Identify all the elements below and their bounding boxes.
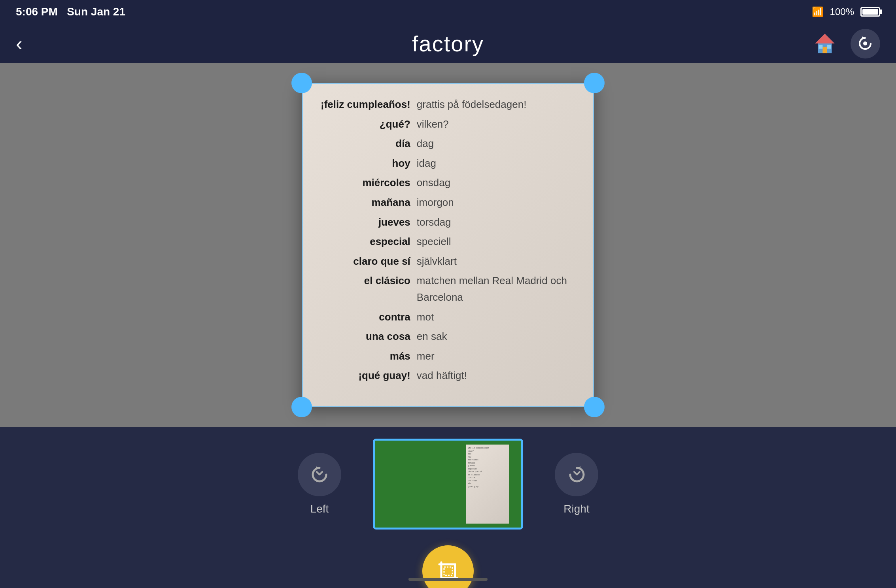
bottom-toolbar: Left ¡feliz cumpleaños! ¿qué? día hoy mi… xyxy=(0,427,896,588)
status-right-group: 📶 100% xyxy=(812,6,880,17)
svg-rect-3 xyxy=(827,45,831,49)
status-time: 5:06 PM Sun Jan 21 xyxy=(16,6,125,18)
vocab-spanish-cell: ¡qué guay! xyxy=(318,366,414,386)
rotate-left-circle xyxy=(298,453,341,496)
battery-icon xyxy=(860,7,880,17)
vocab-swedish-cell: matchen mellan Real Madrid och Barcelona xyxy=(414,271,578,307)
vocab-spanish-cell: día xyxy=(318,134,414,154)
battery-percent: 100% xyxy=(830,6,854,17)
rotate-left-button[interactable]: Left xyxy=(298,453,341,515)
rotate-left-label: Left xyxy=(310,503,329,515)
crop-handle-bottom-right[interactable] xyxy=(584,397,605,417)
thumbnail-page: ¡feliz cumpleaños! ¿qué? día hoy miércol… xyxy=(466,445,509,524)
reset-icon[interactable] xyxy=(851,29,880,58)
crop-button[interactable]: Crop xyxy=(422,545,474,588)
crop-handle-top-left[interactable] xyxy=(291,73,312,93)
vocab-table: ¡feliz cumpleaños!grattis på födelsedage… xyxy=(318,95,578,386)
document-view-area: ¡feliz cumpleaños!grattis på födelsedage… xyxy=(0,63,896,427)
vocab-row: una cosaen sak xyxy=(318,327,578,347)
rotate-right-button[interactable]: Right xyxy=(555,453,598,515)
vocab-spanish-cell: jueves xyxy=(318,213,414,232)
svg-rect-1 xyxy=(822,47,827,53)
vocab-row: mañanaimorgon xyxy=(318,193,578,213)
document-card: ¡feliz cumpleaños!grattis på födelsedage… xyxy=(302,83,594,407)
vocab-row: ¿qué?vilken? xyxy=(318,115,578,134)
crop-icon xyxy=(422,545,474,588)
vocab-swedish-cell: idag xyxy=(414,154,578,173)
reset-svg xyxy=(856,35,874,53)
back-button[interactable]: ‹ xyxy=(16,34,23,53)
status-bar: 5:06 PM Sun Jan 21 📶 100% xyxy=(0,0,896,24)
vocab-spanish-cell: claro que sí xyxy=(318,252,414,271)
crop-handle-bottom-left[interactable] xyxy=(291,397,312,417)
rotate-left-icon xyxy=(309,464,331,486)
vocab-swedish-cell: dag xyxy=(414,134,578,154)
vocab-row: contramot xyxy=(318,307,578,327)
vocab-swedish-cell: vad häftigt! xyxy=(414,366,578,386)
header: ‹ factory xyxy=(0,24,896,63)
scroll-indicator xyxy=(408,578,488,581)
vocab-row: díadag xyxy=(318,134,578,154)
vocab-swedish-cell: mer xyxy=(414,347,578,366)
rotate-right-circle xyxy=(555,453,598,496)
document-content: ¡feliz cumpleaños!grattis på födelsedage… xyxy=(302,83,594,407)
rotate-right-icon xyxy=(566,464,588,486)
vocab-spanish-cell: miércoles xyxy=(318,173,414,193)
vocab-spanish-cell: el clásico xyxy=(318,271,414,307)
header-icons xyxy=(811,29,880,58)
vocab-spanish-cell: ¿qué? xyxy=(318,115,414,134)
tool-row: Left ¡feliz cumpleaños! ¿qué? día hoy mi… xyxy=(298,439,598,530)
vocab-spanish-cell: más xyxy=(318,347,414,366)
vocab-row: juevestorsdag xyxy=(318,213,578,232)
svg-marker-4 xyxy=(862,36,865,40)
vocab-row: claro que sísjälvklart xyxy=(318,252,578,271)
date-display: Sun Jan 21 xyxy=(67,6,125,18)
time-display: 5:06 PM xyxy=(16,6,58,18)
rotate-right-label: Right xyxy=(563,503,589,515)
svg-rect-2 xyxy=(819,45,823,49)
vocab-spanish-cell: ¡feliz cumpleaños! xyxy=(318,95,414,115)
vocab-row: miércolesonsdag xyxy=(318,173,578,193)
page-title: factory xyxy=(412,31,484,57)
vocab-swedish-cell: onsdag xyxy=(414,173,578,193)
vocab-row: especialspeciell xyxy=(318,232,578,252)
vocab-swedish-cell: imorgon xyxy=(414,193,578,213)
vocab-swedish-cell: grattis på födelsedagen! xyxy=(414,95,578,115)
vocab-row: el clásicomatchen mellan Real Madrid och… xyxy=(318,271,578,307)
home-icon[interactable] xyxy=(811,30,839,57)
svg-point-5 xyxy=(863,41,867,45)
vocab-row: ¡feliz cumpleaños!grattis på födelsedage… xyxy=(318,95,578,115)
vocab-spanish-cell: mañana xyxy=(318,193,414,213)
vocab-swedish-cell: självklart xyxy=(414,252,578,271)
thumbnail-preview[interactable]: ¡feliz cumpleaños! ¿qué? día hoy miércol… xyxy=(373,439,523,530)
vocab-swedish-cell: torsdag xyxy=(414,213,578,232)
svg-rect-12 xyxy=(444,567,452,575)
vocab-row: hoyidag xyxy=(318,154,578,173)
vocab-spanish-cell: hoy xyxy=(318,154,414,173)
vocab-swedish-cell: speciell xyxy=(414,232,578,252)
crop-handle-top-right[interactable] xyxy=(584,73,605,93)
vocab-row: ¡qué guay!vad häftigt! xyxy=(318,366,578,386)
vocab-swedish-cell: vilken? xyxy=(414,115,578,134)
wifi-icon: 📶 xyxy=(812,6,824,17)
vocab-row: másmer xyxy=(318,347,578,366)
vocab-spanish-cell: contra xyxy=(318,307,414,327)
vocab-swedish-cell: en sak xyxy=(414,327,578,347)
vocab-spanish-cell: una cosa xyxy=(318,327,414,347)
vocab-swedish-cell: mot xyxy=(414,307,578,327)
vocab-spanish-cell: especial xyxy=(318,232,414,252)
